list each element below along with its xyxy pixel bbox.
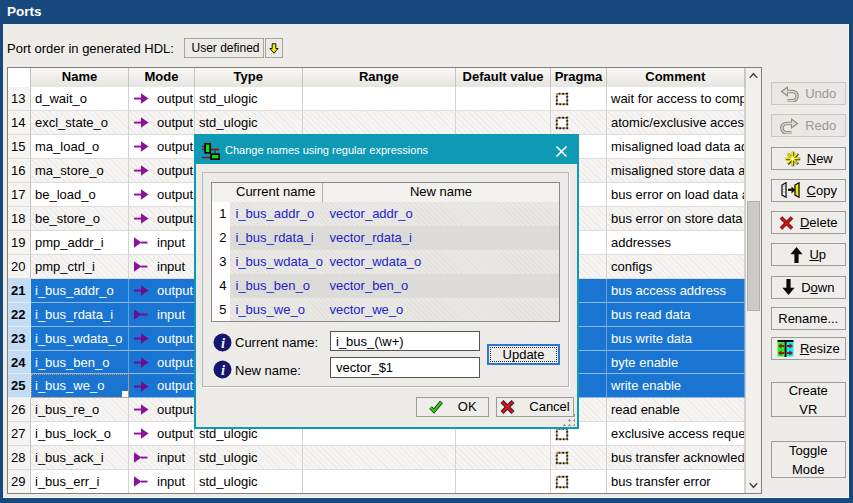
svg-text:i: i xyxy=(220,334,224,350)
svg-text:i: i xyxy=(220,362,224,378)
